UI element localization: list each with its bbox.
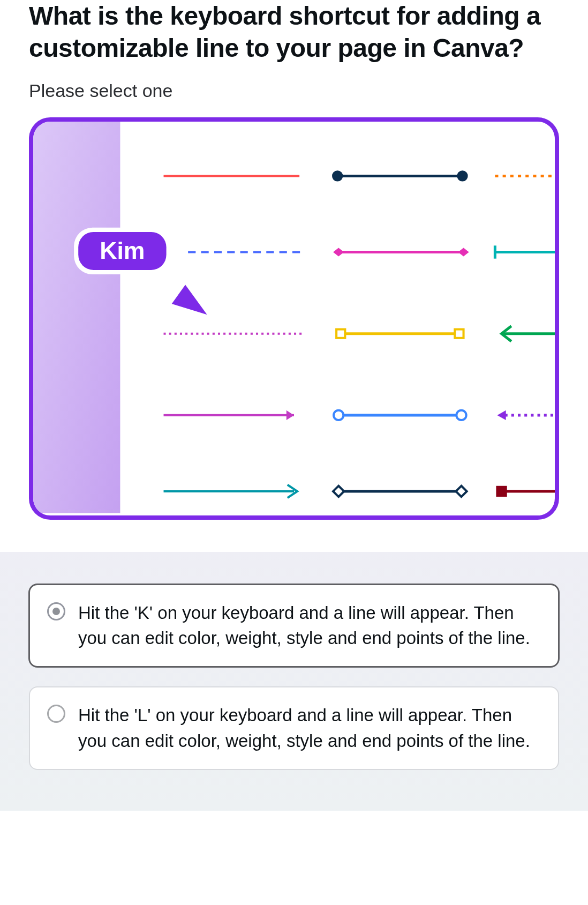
svg-marker-6 — [458, 248, 469, 256]
question-title: What is the keyboard shortcut for adding… — [29, 0, 559, 64]
cursor-icon — [172, 285, 207, 315]
line-sample — [502, 326, 555, 341]
svg-rect-0 — [33, 122, 120, 513]
line-sample — [495, 245, 555, 258]
line-sample — [164, 485, 298, 498]
svg-marker-14 — [287, 410, 294, 420]
svg-point-17 — [456, 410, 466, 420]
svg-point-2 — [332, 170, 343, 181]
line-sample — [332, 170, 468, 181]
answer-text: Hit the 'L' on your keyboard and a line … — [78, 702, 541, 754]
svg-point-3 — [457, 170, 468, 181]
radio-icon — [47, 602, 65, 620]
question-instruction: Please select one — [29, 80, 559, 101]
answer-option-1[interactable]: Hit the 'L' on your keyboard and a line … — [29, 686, 559, 770]
line-sample — [333, 486, 467, 497]
svg-rect-11 — [455, 330, 463, 338]
radio-icon — [47, 705, 65, 723]
svg-rect-25 — [496, 486, 507, 497]
answers-section: Hit the 'K' on your keyboard and a line … — [0, 552, 588, 811]
answer-option-0[interactable]: Hit the 'K' on your keyboard and a line … — [29, 584, 559, 668]
svg-rect-10 — [336, 330, 345, 338]
answer-text: Hit the 'K' on your keyboard and a line … — [78, 600, 541, 652]
svg-point-16 — [334, 410, 343, 420]
svg-marker-5 — [333, 248, 344, 256]
line-sample — [164, 410, 295, 420]
line-sample — [336, 330, 463, 338]
illustration-frame: Kim — [29, 117, 559, 520]
line-sample — [496, 486, 555, 497]
line-sample — [334, 410, 466, 420]
collaborator-name: Kim — [100, 237, 145, 264]
svg-marker-19 — [497, 410, 506, 420]
svg-marker-23 — [456, 486, 466, 497]
line-sample — [497, 410, 555, 420]
svg-marker-22 — [333, 486, 344, 497]
lines-illustration: Kim — [33, 122, 555, 513]
line-sample — [333, 248, 469, 256]
